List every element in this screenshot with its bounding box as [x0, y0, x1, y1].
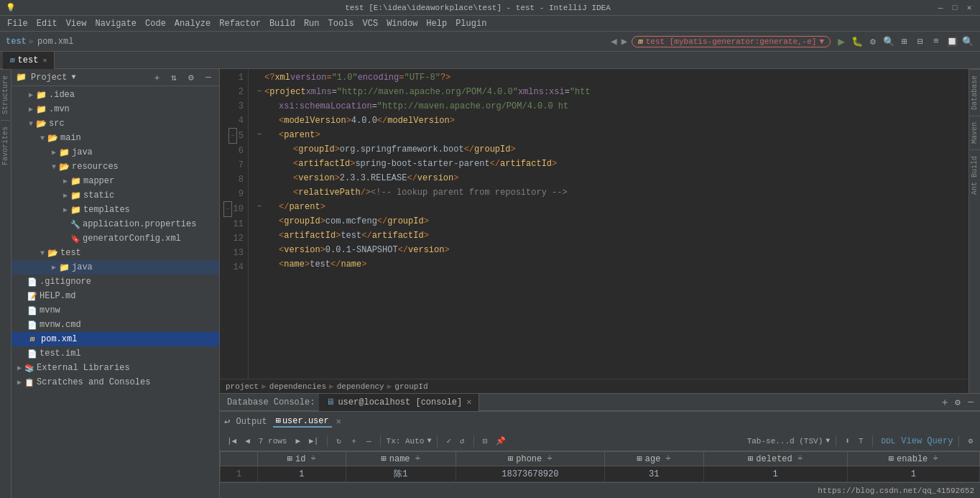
database-tab[interactable]: Database	[969, 69, 980, 116]
output-tab[interactable]: Output	[233, 417, 269, 427]
tree-item-resources[interactable]: ▼ 📂 resources	[11, 160, 219, 174]
run-config-selector[interactable]: m test [mybatis-generator:generate,-e] ▼	[632, 36, 831, 47]
refresh-icon[interactable]: ↩	[224, 415, 230, 428]
ant-build-tab[interactable]: Ant Build	[969, 149, 980, 200]
tree-item-static[interactable]: ▶ 📁 static	[11, 188, 219, 203]
transpose-btn[interactable]: ⊤	[856, 435, 866, 447]
tree-item-testiml[interactable]: ▶ 📄 test.iml	[11, 346, 219, 361]
cell-age[interactable]: 31	[604, 466, 703, 482]
fold-icon[interactable]: −	[223, 201, 231, 217]
tree-item-pomxml[interactable]: ▶ m pom.xml	[11, 332, 219, 346]
run-icon[interactable]: ▶	[835, 35, 848, 48]
toolbar-icon2[interactable]: ⊟	[914, 35, 927, 48]
menu-build[interactable]: Build	[265, 17, 300, 30]
tx-dropdown[interactable]: ▼	[427, 437, 431, 445]
menu-refactor[interactable]: Refactor	[215, 17, 265, 30]
menu-navigate[interactable]: Navigate	[91, 17, 141, 30]
search-icon2[interactable]: 🔍	[961, 35, 974, 48]
cell-name[interactable]: 陈1	[346, 466, 456, 482]
bc-dependencies[interactable]: dependencies	[269, 382, 326, 391]
maximize-button[interactable]: □	[950, 3, 960, 13]
prev-page-btn[interactable]: ◀	[242, 435, 253, 447]
next-page-btn[interactable]: ▶	[292, 435, 303, 447]
tree-item-mvnw[interactable]: ▶ 📄 mvnw	[11, 303, 219, 318]
project-dropdown[interactable]: ▼	[71, 73, 75, 81]
menu-edit[interactable]: Edit	[32, 17, 62, 30]
console-tab-close[interactable]: ✕	[466, 397, 471, 407]
tree-item-gitignore[interactable]: ▶ 📄 .gitignore	[11, 275, 219, 289]
tree-item-src[interactable]: ▼ 📂 src	[11, 116, 219, 131]
tree-item-main[interactable]: ▼ 📂 main	[11, 131, 219, 145]
structure-tab[interactable]: Structure	[1, 69, 10, 120]
ddl-btn[interactable]: DDL	[879, 435, 899, 447]
col-header-phone[interactable]: ⊞phone ÷	[456, 452, 605, 466]
reload-btn[interactable]: ↻	[333, 435, 344, 447]
menu-code[interactable]: Code	[141, 17, 170, 30]
tab-close-icon[interactable]: ✕	[42, 56, 47, 65]
cell-deleted[interactable]: 1	[703, 466, 847, 482]
console-tab-user[interactable]: 🖥 user@localhost [console] ✕	[319, 394, 479, 411]
console-minimize-icon[interactable]: —	[964, 396, 977, 409]
minimize-sidebar-icon[interactable]: —	[202, 71, 215, 84]
tree-item-external-libs[interactable]: ▶ 📚 External Libraries	[11, 361, 219, 375]
menu-vcs[interactable]: VCS	[359, 17, 383, 30]
add-icon[interactable]: ＋	[150, 71, 163, 84]
menu-analyze[interactable]: Analyze	[170, 17, 215, 30]
menu-run[interactable]: Run	[300, 17, 324, 30]
favorites-tab[interactable]: Favorites	[1, 120, 10, 171]
remove-row-btn[interactable]: —	[364, 435, 374, 447]
toolbar-icon4[interactable]: 🔲	[946, 35, 958, 48]
cell-id[interactable]: 1	[257, 466, 346, 482]
menu-window[interactable]: Window	[382, 17, 422, 30]
close-button[interactable]: ✕	[964, 3, 974, 13]
tree-item-helpmd[interactable]: ▶ 📝 HELP.md	[11, 289, 219, 303]
rollback-btn[interactable]: ↺	[457, 435, 468, 447]
tree-item-java[interactable]: ▶ 📁 java	[11, 145, 219, 160]
settings-icon1[interactable]: ⚙	[866, 35, 879, 48]
tree-item-idea[interactable]: ▶ 📁 .idea	[11, 88, 219, 102]
commit-btn[interactable]: ✓	[443, 435, 454, 447]
console-settings-icon[interactable]: ⚙	[951, 396, 964, 409]
menu-help[interactable]: Help	[422, 17, 451, 30]
tree-item-genconfig[interactable]: ▶ 🔖 generatorConfig.xml	[11, 231, 219, 246]
user-table-tab[interactable]: ⊞user.user	[273, 415, 332, 428]
tree-item-mapper[interactable]: ▶ 📁 mapper	[11, 174, 219, 188]
menu-file[interactable]: File	[3, 17, 32, 30]
fit-content-btn[interactable]: ⊡	[480, 435, 491, 447]
view-query-button[interactable]: View Query	[901, 436, 953, 446]
menu-view[interactable]: View	[62, 17, 91, 30]
col-header-name[interactable]: ⊞name ÷	[346, 452, 456, 466]
bc-groupid[interactable]: groupId	[394, 382, 427, 391]
menu-plugin[interactable]: Plugin	[451, 17, 491, 30]
fold-icon[interactable]: −	[228, 128, 236, 144]
cell-phone[interactable]: 18373678920	[456, 466, 605, 482]
add-row-btn[interactable]: ＋	[347, 434, 361, 448]
add-console-icon[interactable]: ＋	[938, 396, 951, 409]
tree-item-app-props[interactable]: ▶ 🔧 application.properties	[11, 217, 219, 231]
export-btn[interactable]: ⬇	[842, 435, 853, 447]
tree-item-mvnwcmd[interactable]: ▶ 📄 mvnw.cmd	[11, 318, 219, 332]
col-header-enable[interactable]: ⊞enable ÷	[847, 452, 979, 466]
menu-tools[interactable]: Tools	[324, 17, 359, 30]
more-btn[interactable]: ⚙	[965, 435, 976, 447]
minimize-button[interactable]: —	[935, 3, 946, 13]
tree-item-templates[interactable]: ▶ 📁 templates	[11, 203, 219, 217]
tree-item-scratches[interactable]: ▶ 📋 Scratches and Consoles	[11, 375, 219, 389]
tree-item-mvn[interactable]: ▶ 📁 .mvn	[11, 102, 219, 116]
last-page-btn[interactable]: ▶|	[306, 435, 321, 447]
col-header-age[interactable]: ⊞age ÷	[604, 452, 703, 466]
bc-dependency[interactable]: dependency	[337, 382, 384, 391]
debug-icon[interactable]: 🐛	[851, 35, 864, 48]
toolbar-icon1[interactable]: ⊞	[898, 35, 911, 48]
pin-btn[interactable]: 📌	[493, 435, 509, 447]
sync-icon[interactable]: ⇅	[167, 71, 180, 84]
search-icon[interactable]: 🔍	[882, 35, 895, 48]
first-page-btn[interactable]: |◀	[224, 435, 239, 447]
code-editor[interactable]: <?xml version="1.0" encoding="UTF-8"?> −…	[249, 69, 969, 379]
forward-btn[interactable]: ▶	[621, 35, 627, 47]
bc-project[interactable]: project	[226, 382, 259, 391]
col-header-deleted[interactable]: ⊞deleted ÷	[703, 452, 847, 466]
toolbar-icon3[interactable]: ≡	[930, 35, 943, 48]
tree-item-test[interactable]: ▼ 📂 test	[11, 246, 219, 260]
file-tab-test[interactable]: m test ✕	[3, 52, 55, 69]
